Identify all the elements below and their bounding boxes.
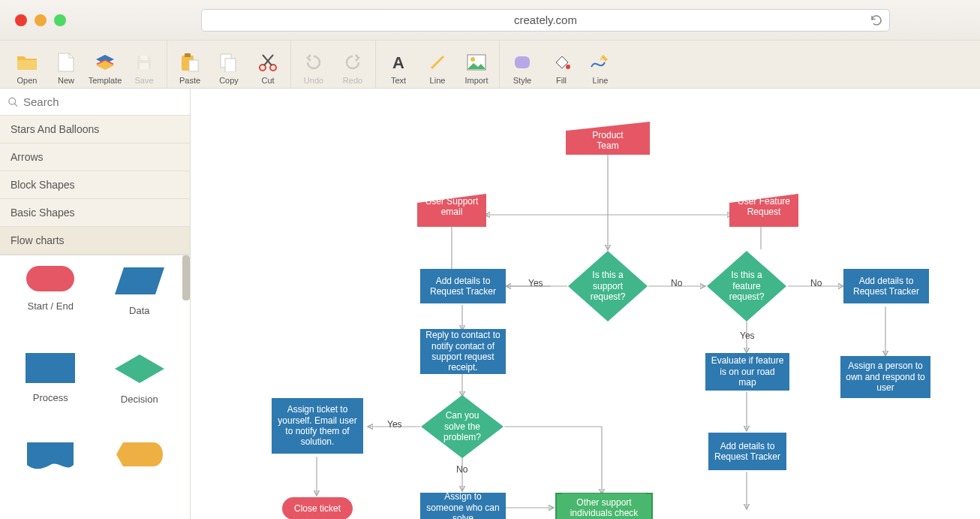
- svg-line-18: [14, 103, 17, 106]
- category-flow-charts[interactable]: Flow charts: [0, 227, 190, 255]
- window-controls: [15, 14, 66, 26]
- node-is-support-request[interactable]: Is this a support request?: [568, 251, 648, 321]
- diagram-canvas[interactable]: ProductTeam User Supportemail User Featu…: [191, 89, 980, 519]
- svg-rect-1: [140, 63, 149, 69]
- svg-rect-3: [185, 53, 191, 57]
- palette-scrollbar[interactable]: [182, 255, 190, 300]
- svg-point-17: [9, 98, 16, 104]
- fill-icon: [551, 52, 572, 73]
- app-toolbar: Open New Template Save Paste Copy Cut: [0, 41, 980, 89]
- text-tool-button[interactable]: A Text: [379, 52, 418, 88]
- node-add-details-2[interactable]: Add details to Request Tracker: [843, 269, 929, 303]
- style-button[interactable]: Style: [503, 52, 542, 88]
- template-button[interactable]: Template: [86, 52, 125, 88]
- edge-label-no-3: No: [456, 464, 467, 475]
- minimize-window-button[interactable]: [35, 14, 47, 26]
- pencil-icon: [590, 52, 611, 73]
- decision-shape-icon: [113, 353, 166, 385]
- edge-label-yes-3: Yes: [387, 419, 402, 430]
- address-bar-url: creately.com: [514, 14, 577, 26]
- node-user-feature-request[interactable]: User FeatureRequest: [729, 194, 798, 227]
- process-shape-icon: [26, 353, 75, 383]
- fill-button[interactable]: Fill: [542, 52, 581, 88]
- svg-line-10: [263, 55, 272, 65]
- reload-icon[interactable]: [870, 14, 883, 27]
- svg-line-9: [264, 55, 273, 65]
- svg-marker-20: [115, 355, 164, 383]
- palette-process[interactable]: Process: [6, 353, 95, 422]
- palette-display[interactable]: [95, 442, 185, 489]
- paste-icon: [179, 52, 200, 73]
- svg-rect-0: [140, 56, 148, 60]
- palette-data[interactable]: Data: [95, 266, 185, 333]
- node-assign-ticket[interactable]: Assign ticket to yourself. Email user to…: [272, 398, 363, 454]
- paste-button[interactable]: Paste: [170, 52, 209, 88]
- shape-sidebar: Stars And Balloons Arrows Block Shapes B…: [0, 89, 191, 519]
- node-add-details-3[interactable]: Add details to Request Tracker: [708, 433, 786, 470]
- node-other-support[interactable]: Other support individuals check: [555, 493, 653, 519]
- edge-label-no-1: No: [671, 278, 682, 288]
- cut-button[interactable]: Cut: [248, 52, 287, 88]
- document-shape-icon: [26, 442, 74, 472]
- node-reply-contact[interactable]: Reply to contact to notify contact of su…: [420, 329, 506, 374]
- svg-line-12: [431, 56, 443, 68]
- svg-text:A: A: [392, 53, 404, 71]
- svg-point-16: [566, 65, 570, 69]
- redo-button[interactable]: Redo: [333, 52, 372, 88]
- category-stars-balloons[interactable]: Stars And Balloons: [0, 116, 190, 143]
- address-bar[interactable]: creately.com: [201, 9, 890, 32]
- undo-button[interactable]: Undo: [294, 52, 333, 88]
- palette-document[interactable]: [6, 442, 95, 489]
- svg-marker-19: [115, 267, 164, 294]
- svg-rect-15: [515, 56, 530, 68]
- node-assign-person[interactable]: Assign a person to own and respond to us…: [840, 356, 930, 398]
- copy-icon: [218, 52, 239, 73]
- template-icon: [95, 52, 116, 73]
- save-button[interactable]: Save: [125, 52, 164, 88]
- shape-palette: Start / End Data Process Decision: [0, 255, 190, 519]
- cut-icon: [257, 52, 278, 73]
- category-basic-shapes[interactable]: Basic Shapes: [0, 199, 190, 227]
- data-shape-icon: [113, 266, 166, 296]
- node-add-details-1[interactable]: Add details to Request Tracker: [420, 269, 506, 303]
- redo-icon: [342, 52, 363, 73]
- category-arrows[interactable]: Arrows: [0, 143, 190, 171]
- node-product-team[interactable]: ProductTeam: [566, 122, 650, 155]
- terminator-shape-icon: [26, 266, 74, 291]
- shape-search: [0, 89, 190, 116]
- save-icon: [134, 52, 155, 73]
- maximize-window-button[interactable]: [54, 14, 66, 26]
- text-icon: A: [388, 52, 409, 73]
- node-evaluate-roadmap[interactable]: Evaluate if feature is on our road map: [705, 353, 789, 391]
- edge-label-yes-2: Yes: [740, 330, 755, 341]
- palette-decision[interactable]: Decision: [95, 353, 185, 422]
- node-close-ticket[interactable]: Close ticket: [282, 497, 353, 519]
- svg-point-14: [470, 57, 475, 62]
- style-icon: [512, 52, 533, 73]
- new-button[interactable]: New: [47, 52, 86, 88]
- line-icon: [427, 52, 448, 73]
- image-icon: [466, 52, 487, 73]
- undo-icon: [303, 52, 324, 73]
- line-tool-button[interactable]: Line: [418, 52, 457, 88]
- shape-search-input[interactable]: [19, 95, 182, 108]
- new-file-icon: [56, 52, 77, 73]
- node-is-feature-request[interactable]: Is this a feature request?: [707, 251, 786, 321]
- node-user-support-email[interactable]: User Supportemail: [417, 194, 486, 227]
- close-window-button[interactable]: [15, 14, 27, 26]
- line-style-button[interactable]: Line: [581, 52, 620, 88]
- node-can-solve[interactable]: Can you solve the problem?: [421, 395, 504, 458]
- node-assign-someone[interactable]: Assign to someone who can solve: [420, 493, 506, 519]
- svg-rect-4: [189, 60, 198, 71]
- window-titlebar: creately.com: [0, 0, 980, 41]
- copy-button[interactable]: Copy: [209, 52, 248, 88]
- import-button[interactable]: Import: [457, 52, 496, 88]
- palette-startend[interactable]: Start / End: [6, 266, 95, 333]
- folder-icon: [17, 52, 38, 73]
- search-icon: [8, 96, 19, 108]
- svg-rect-6: [225, 59, 236, 72]
- edge-label-no-2: No: [810, 278, 822, 288]
- category-block-shapes[interactable]: Block Shapes: [0, 171, 190, 199]
- open-button[interactable]: Open: [8, 52, 47, 88]
- display-shape-icon: [116, 442, 164, 467]
